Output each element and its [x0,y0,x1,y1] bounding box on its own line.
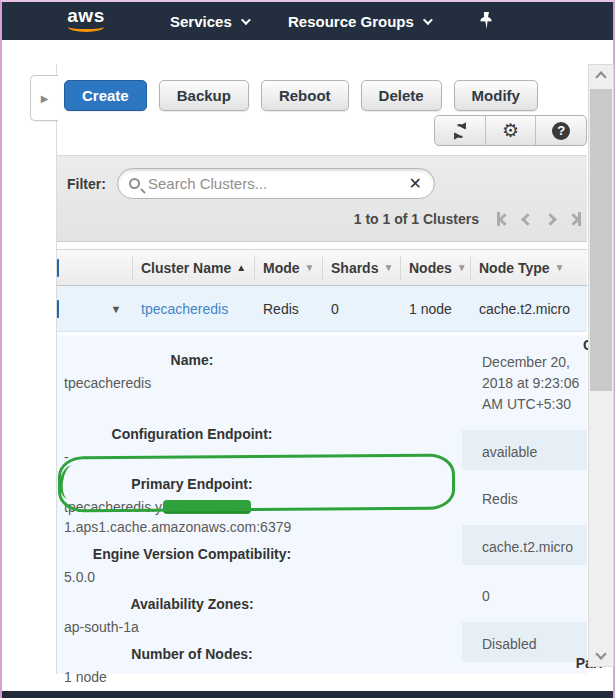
primary-endpoint-label: Primary Endpoint: [57,474,327,494]
encryption-value: Disabled [482,634,594,655]
detail-row-number-of-nodes: Number of Nodes: 1 node [57,644,477,687]
column-header-node-type[interactable]: Node Type ▼ [471,256,587,280]
filter-bar: Filter: ✕ 1 to 1 of 1 Clusters [57,155,587,242]
create-button[interactable]: Create [64,80,147,111]
endpoint-suffix: 1.aps1.cache.amazonaws.com:6379 [64,519,291,535]
filter-label: Filter: [67,176,106,192]
pushpin-icon[interactable] [478,11,494,35]
sort-ascending-icon: ▲ [236,262,246,273]
name-value: tpecacheredis [57,373,477,393]
cluster-node-type-value: cache.t2.micro [471,301,587,317]
nav-resource-groups-label: Resource Groups [288,13,414,30]
detail-row-engine-version: Engine Version Compatibility: 5.0.0 [57,544,477,587]
mode-header-label: Mode [263,260,300,276]
name-label: Name: [57,350,327,370]
configuration-endpoint-value: - [57,447,477,467]
table-utility-bar: ⚙ ? [434,115,587,146]
cluster-shards-value: 0 [323,301,401,317]
detail-row-name: Name: tpecacheredis [57,350,477,393]
previous-page-button[interactable] [523,211,532,227]
settings-button[interactable]: ⚙ [486,116,537,145]
cluster-table-row[interactable]: ▼ tpecacheredis Redis 0 1 node cache.t2.… [57,286,587,332]
sidebar-expand-tab[interactable]: ▶ [30,75,58,121]
sidebar-expand-icon: ▶ [41,93,49,104]
search-box[interactable]: ✕ [117,168,435,199]
search-icon [129,178,140,189]
node-type-value: cache.t2.micro [482,537,594,558]
detail-row-configuration-endpoint: Configuration Endpoint: - [57,424,477,467]
scrollbar-thumb[interactable] [590,89,612,391]
configuration-endpoint-label: Configuration Endpoint: [57,424,327,444]
engine-version-label: Engine Version Compatibility: [57,544,327,564]
scroll-up-icon[interactable] [595,71,606,82]
nav-resource-groups-menu[interactable]: Resource Groups [288,2,430,40]
expander-header-cell [99,256,133,280]
gear-icon: ⚙ [502,121,519,140]
bottom-bar [2,691,613,698]
help-button[interactable]: ? [536,116,586,145]
reboot-button[interactable]: Reboot [261,80,349,111]
status-value: available [482,442,594,463]
column-header-nodes[interactable]: Nodes ▼ [401,256,471,280]
sort-caret-icon: ▼ [305,262,315,273]
nodes-header-label: Nodes [409,260,452,276]
column-header-mode[interactable]: Mode ▼ [255,256,323,280]
cluster-name-link[interactable]: tpecacheredis [133,301,255,317]
clear-search-icon[interactable]: ✕ [409,176,422,192]
aws-logo-text: aws [64,6,108,25]
engine-value: Redis [482,489,594,510]
column-header-cluster-name[interactable]: Cluster Name ▲ [133,256,255,280]
cluster-details-panel: Name: tpecacheredis Configuration Endpoi… [57,335,587,674]
sort-caret-icon: ▼ [457,262,467,273]
row-expand-icon[interactable]: ▼ [99,303,133,315]
modify-button[interactable]: Modify [454,80,538,111]
select-all-checkbox[interactable] [57,259,59,277]
column-header-shards[interactable]: Shards ▼ [323,256,401,280]
pagination-controls: 1 to 1 of 1 Clusters [354,211,581,227]
row-select-cell [57,301,99,317]
row-checkbox[interactable] [57,300,59,318]
redaction-scribble [163,500,251,513]
detail-row-availability-zones: Availability Zones: ap-south-1a [57,594,477,637]
first-page-button[interactable] [497,211,509,227]
nav-services-menu[interactable]: Services [170,2,248,40]
detail-row-primary-endpoint: Primary Endpoint: tpecacheredis.y1.aps1.… [57,474,477,537]
backup-button[interactable]: Backup [159,80,249,111]
aws-smile-swoosh [68,25,104,32]
last-page-button[interactable] [569,211,581,227]
chevron-down-icon [241,15,251,25]
help-icon: ? [552,122,570,140]
availability-zones-label: Availability Zones: [57,594,327,614]
aws-top-navbar: aws Services Resource Groups [2,2,613,40]
cluster-actions-toolbar: Create Backup Reboot Delete Modify [64,80,538,111]
pagination-summary: 1 to 1 of 1 Clusters [354,211,479,227]
cluster-nodes-value: 1 node [401,301,471,317]
primary-endpoint-value: tpecacheredis.y1.aps1.cache.amazonaws.co… [57,497,477,537]
cluster-mode-value: Redis [255,301,323,317]
delete-button[interactable]: Delete [361,80,442,111]
cluster-name-header-label: Cluster Name [141,260,231,276]
elasticache-console-window: aws Services Resource Groups ▶ Create Ba… [0,0,615,698]
chevron-down-icon [423,15,433,25]
shards-header-label: Shards [331,260,378,276]
aws-logo[interactable]: aws [64,6,108,32]
refresh-icon [451,122,469,140]
sort-caret-icon: ▼ [383,262,393,273]
scroll-down-icon[interactable] [595,648,606,659]
availability-zones-value: ap-south-1a [57,617,477,637]
creation-time-value: December 20, 2018 at 9:23:06 AM UTC+5:30 [482,352,594,415]
sort-caret-icon: ▼ [555,262,565,273]
refresh-button[interactable] [435,116,486,145]
clusters-table-header: Cluster Name ▲ Mode ▼ Shards ▼ Nodes ▼ N… [57,249,587,286]
select-all-cell [57,260,99,276]
number-of-nodes-label: Number of Nodes: [57,644,327,664]
details-left-column: Name: tpecacheredis Configuration Endpoi… [57,350,477,694]
search-input[interactable] [140,175,409,192]
number-of-nodes-value: 1 node [57,667,477,687]
nav-services-label: Services [170,13,232,30]
vertical-scrollbar[interactable] [588,64,614,667]
node-type-header-label: Node Type [479,260,550,276]
engine-version-value: 5.0.0 [57,567,477,587]
next-page-button[interactable] [546,211,555,227]
shards-value: 0 [482,586,594,607]
